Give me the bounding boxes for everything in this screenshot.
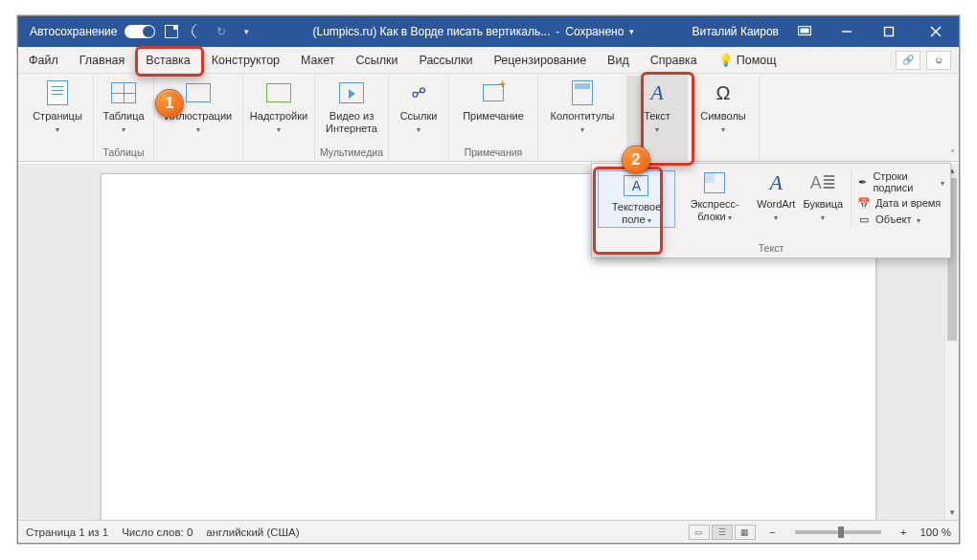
badge-2: 2 xyxy=(622,146,650,174)
group-media: Видео из Интернета Мультимедиа xyxy=(315,76,389,161)
headerfooter-button[interactable]: Колонтитулы xyxy=(543,76,622,134)
collapse-ribbon-icon[interactable]: ˄ xyxy=(950,148,955,159)
pages-button[interactable]: Страницы xyxy=(27,76,88,134)
ribbon-display-icon[interactable] xyxy=(788,20,821,43)
zoom-level[interactable]: 100 % xyxy=(920,526,951,538)
text-group-label: Текст xyxy=(592,240,950,258)
word-window: Автосохранение ↻ ▾ (Lumpics.ru) Как в Во… xyxy=(17,15,960,544)
status-pages[interactable]: Страница 1 из 1 xyxy=(26,526,108,538)
save-state: Сохранено xyxy=(565,25,624,38)
svg-rect-3 xyxy=(885,28,894,36)
status-words[interactable]: Число слов: 0 xyxy=(122,526,193,538)
group-symbols: Ω Символы xyxy=(688,76,760,161)
tab-review[interactable]: Рецензирование xyxy=(484,47,598,73)
tab-insert[interactable]: Вставка xyxy=(135,47,200,73)
group-pages: Страницы xyxy=(22,76,94,161)
tab-layout[interactable]: Макет xyxy=(290,47,345,73)
textbox-button[interactable]: A Текстовое поле xyxy=(598,170,675,228)
tab-view[interactable]: Вид xyxy=(597,47,640,73)
statusbar: Страница 1 из 1 Число слов: 0 английский… xyxy=(18,520,959,543)
autosave-toggle[interactable] xyxy=(125,25,155,38)
view-web-icon[interactable]: ▦ xyxy=(735,525,756,540)
comment-button[interactable]: Примечание xyxy=(454,76,533,123)
titlebar: Автосохранение ↻ ▾ (Lumpics.ru) Как в Во… xyxy=(18,16,959,47)
view-focus-icon[interactable]: ▭ xyxy=(689,525,710,540)
group-links: ⚯ Ссылки xyxy=(389,76,449,161)
minimize-button[interactable] xyxy=(830,20,863,43)
group-tables: Таблица Таблицы xyxy=(94,76,154,161)
ribbon: Страницы Таблица Таблицы Иллюстрации xyxy=(18,74,959,162)
group-addins: Надстройки xyxy=(243,76,315,161)
text-dropdown-panel: A Текстовое поле Экспресс-блоки A WordAr… xyxy=(591,163,951,258)
save-icon[interactable] xyxy=(163,23,180,40)
user-name: Виталий Каиров xyxy=(692,25,779,38)
svg-rect-1 xyxy=(801,29,808,33)
group-headerfooter: Колонтитулы xyxy=(538,76,627,161)
doc-title: (Lumpics.ru) Как в Ворде писать вертикал… xyxy=(313,25,551,38)
online-video-button[interactable]: Видео из Интернета xyxy=(321,76,382,134)
close-button[interactable] xyxy=(915,20,957,43)
undo-icon[interactable] xyxy=(188,23,205,40)
autosave-label: Автосохранение xyxy=(30,25,117,38)
tab-design[interactable]: Конструктор xyxy=(201,47,290,73)
tab-help[interactable]: Справка xyxy=(640,47,708,73)
wordart-button[interactable]: A WordArt xyxy=(754,170,798,222)
symbols-button[interactable]: Ω Символы xyxy=(693,76,754,134)
tell-me[interactable]: 💡Помощ xyxy=(708,47,787,73)
tab-file[interactable]: Файл xyxy=(18,47,69,73)
share-button[interactable]: 🔗 xyxy=(896,51,920,70)
qat-more-icon[interactable]: ▾ xyxy=(238,23,255,40)
links-button[interactable]: ⚯ Ссылки xyxy=(394,76,443,134)
tab-references[interactable]: Ссылки xyxy=(345,47,408,73)
date-time-button[interactable]: 📅Дата и время xyxy=(857,196,944,210)
zoom-in-button[interactable]: + xyxy=(900,526,907,538)
text-button[interactable]: A Текст xyxy=(632,76,682,134)
object-button[interactable]: ▭Объект xyxy=(857,213,944,226)
view-print-icon[interactable]: ☰ xyxy=(712,525,733,540)
group-comments: Примечание Примечания xyxy=(449,76,538,161)
zoom-out-button[interactable]: − xyxy=(769,526,776,538)
dropcap-button[interactable]: A≣ Буквица xyxy=(800,170,846,222)
tab-mailings[interactable]: Рассылки xyxy=(408,47,483,73)
tab-home[interactable]: Главная xyxy=(69,47,136,73)
redo-icon[interactable]: ↻ xyxy=(213,23,230,40)
maximize-button[interactable] xyxy=(873,20,905,43)
badge-1: 1 xyxy=(155,89,184,118)
table-button[interactable]: Таблица xyxy=(99,76,148,134)
addins-button[interactable]: Надстройки xyxy=(248,76,309,134)
quickparts-button[interactable]: Экспресс-блоки xyxy=(677,170,752,222)
zoom-slider[interactable] xyxy=(795,530,881,534)
ribbon-tabs: Файл Главная Вставка Конструктор Макет С… xyxy=(18,47,959,74)
signature-line-button[interactable]: ✒Строки подписи xyxy=(857,170,944,193)
feedback-button[interactable]: ☺ xyxy=(926,51,951,70)
status-language[interactable]: английский (США) xyxy=(206,526,299,538)
